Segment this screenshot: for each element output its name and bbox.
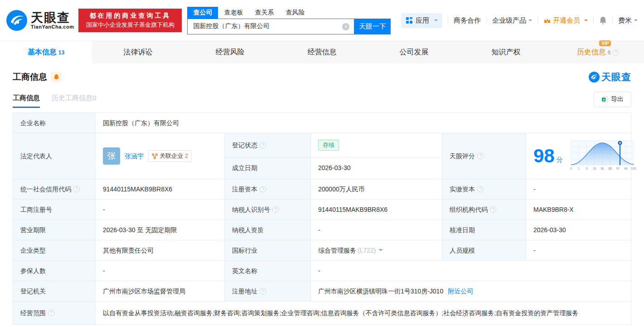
address-text: 广州市南沙区横沥镇明珠一街1号310房-J010 (318, 288, 443, 295)
reg-status-value: 存续 (311, 133, 442, 157)
menu-vip[interactable]: 开通会员 (543, 16, 588, 25)
apps-menu[interactable]: 应用 (401, 13, 442, 28)
field-label: 企业名称 (13, 113, 96, 133)
help-icon[interactable] (613, 49, 619, 56)
promo-line1: 都在用的商业查询工具 (89, 12, 171, 20)
insured-count-value: - (96, 261, 225, 281)
chevron-down-icon (434, 20, 438, 23)
search-tab-company[interactable]: 查公司 (187, 7, 218, 19)
credit-code-value: 91440115MAKB9BR8X6 (96, 179, 225, 200)
help-icon[interactable] (260, 288, 266, 294)
username: 费米 (618, 16, 632, 25)
help-icon[interactable] (477, 186, 484, 192)
help-icon[interactable] (272, 206, 279, 213)
user-menu[interactable]: 费米 (618, 16, 638, 25)
svg-text:99: 99 (624, 167, 628, 170)
menu-enterprise[interactable]: 企业级产品 (492, 16, 532, 25)
tab-label: 法律诉讼 (124, 48, 153, 57)
field-label: 登记状态 (225, 133, 311, 157)
tab-label: 公司发展 (400, 48, 429, 57)
org-code-value: MAKB9BR8-X (526, 200, 631, 220)
help-icon[interactable] (260, 186, 266, 192)
table-row: 登记机关 广州市南沙区市场监督管理局 注册地址 广州市南沙区横沥镇明珠一街1号3… (13, 281, 631, 302)
tab-count: 6 (608, 49, 611, 56)
svg-text:50: 50 (600, 167, 604, 170)
crown-icon (543, 17, 551, 24)
menu-cooperation[interactable]: 商务合作 (454, 16, 481, 25)
staff-size-value: - (526, 240, 631, 261)
tab-intellectual-property[interactable]: 知识产权 (460, 41, 552, 63)
tab-company-development[interactable]: 公司发展 (368, 41, 460, 63)
taxpayer-quality-value: - (311, 220, 442, 240)
tab-label: 经营信息 (308, 48, 337, 57)
promo-line2: 国家中小企业发展子基金旗下机构 (86, 21, 174, 29)
search-tabs: 查公司 查老板 查关系 查风险 (187, 7, 391, 19)
excel-icon: x (601, 96, 608, 103)
vip-badge: VIP (599, 40, 611, 46)
related-label: 关联企业 (160, 151, 183, 161)
table-row: 法定代表人 张 张涵宇 关联企业 (13, 133, 631, 157)
field-label: 参保人数 (13, 261, 96, 281)
svg-text:97: 97 (616, 167, 620, 170)
tab-basic-info[interactable]: 基本信息 13 (0, 41, 92, 63)
notification-bell-icon[interactable] (599, 16, 607, 25)
search-tab-boss[interactable]: 查老板 (218, 7, 249, 19)
tianyancha-logo-icon (6, 10, 27, 31)
nearby-companies-link[interactable]: 附近公司 (448, 288, 473, 295)
divider (612, 17, 613, 24)
field-label: 法定代表人 (13, 133, 96, 179)
related-companies-badge[interactable]: 关联企业 2 (148, 150, 192, 162)
english-name-value: - (311, 261, 631, 281)
subscribe-bell-icon[interactable] (51, 72, 62, 83)
tab-operating-info[interactable]: 经营信息 (276, 41, 368, 63)
business-scope-value: 以自有资金从事投资活动;融资咨询服务;财务咨询;咨询策划服务;企业管理咨询;信息… (96, 302, 631, 325)
tianyancha-watermark: 天眼查 (589, 71, 631, 83)
help-icon[interactable] (73, 186, 80, 192)
tab-count: 13 (58, 49, 64, 56)
field-label: 统一社会信用代码 (13, 179, 96, 200)
search-tab-relation[interactable]: 查关系 (249, 7, 280, 19)
help-icon[interactable] (48, 310, 54, 316)
field-label: 工商注册号 (13, 200, 96, 220)
apps-label: 应用 (416, 16, 429, 25)
help-icon[interactable] (490, 206, 496, 213)
tab-history-info[interactable]: VIP 历史信息 6 (552, 41, 644, 63)
table-row: 营业期限 2026-03-30 至 无固定期限 纳税人资质 - 核准日期 202… (13, 220, 631, 240)
industry-code: (L722) (358, 247, 376, 254)
brand-name: 天眼查 (31, 11, 74, 24)
promo-banner[interactable]: 都在用的商业查询工具 国家中小企业发展子基金旗下机构 (78, 9, 182, 32)
search-tab-risk[interactable]: 查风险 (280, 7, 310, 19)
chevron-down-icon[interactable] (378, 249, 383, 254)
clear-icon[interactable] (342, 23, 349, 30)
divider (448, 17, 448, 24)
chevron-down-icon (584, 20, 588, 23)
approval-date-value: 2026-03-30 (526, 220, 631, 240)
field-label: 人员规模 (442, 240, 526, 261)
divider (537, 17, 538, 24)
tab-operating-risk[interactable]: 经营风险 (184, 41, 276, 63)
field-label: 注册地址 (225, 281, 311, 302)
field-label: 天眼评分 (442, 133, 526, 179)
subtab-business-info[interactable]: 工商信息 (13, 94, 40, 108)
score-distribution-chart: 0 1 3 15 50 85 97 99 100 (567, 139, 636, 173)
apps-grid-icon (406, 17, 413, 24)
help-icon[interactable] (260, 142, 266, 148)
search-button[interactable]: 天眼一下 (354, 19, 391, 34)
subtabs-row: 工商信息 历史工商信息0 x 导出 (13, 92, 631, 110)
related-count: 2 (185, 151, 188, 161)
legal-rep-link[interactable]: 张涵宇 (125, 151, 144, 161)
avatar[interactable]: 张 (103, 147, 120, 165)
header-menu: 应用 商务合作 企业级产品 开通会员 费米 (401, 13, 638, 28)
svg-text:3: 3 (586, 167, 587, 170)
subtab-history-business-info[interactable]: 历史工商信息0 (52, 94, 96, 108)
tab-label: 基本信息 (28, 48, 57, 57)
status-badge: 存续 (318, 140, 339, 151)
search-input[interactable] (187, 19, 354, 34)
tab-legal-proceedings[interactable]: 法律诉讼 (92, 41, 184, 63)
export-button[interactable]: x 导出 (594, 92, 631, 107)
tianyancha-logo-icon (589, 72, 600, 83)
help-icon[interactable] (477, 153, 484, 159)
brand-logo[interactable]: 天眼查 TianYanCha.com (6, 10, 74, 31)
company-nav-tabs: 基本信息 13 法律诉讼 经营风险 经营信息 公司发展 知识产权 VIP 历史信… (0, 41, 644, 63)
main-content: 工商信息 天眼查 工商信息 历史工商信息0 x 导出 (0, 71, 644, 325)
